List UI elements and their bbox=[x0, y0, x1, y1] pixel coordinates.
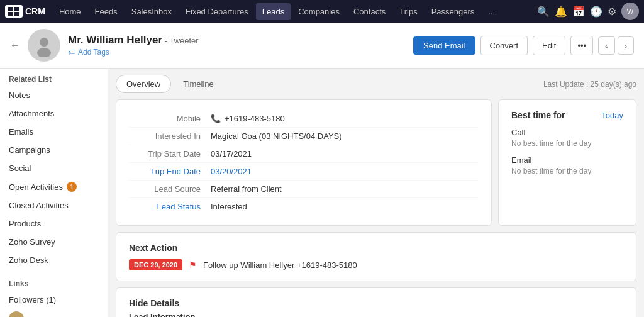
record-info: Mr. William Hellyer - Tweeter 🏷 Add Tags bbox=[68, 34, 406, 57]
action-text: Follow up William Hellyer +1619-483-5180 bbox=[203, 260, 357, 270]
lead-status-value: Interested bbox=[211, 202, 247, 211]
calendar-icon[interactable]: 📅 bbox=[572, 6, 585, 18]
nav-fixed-departures[interactable]: Fixed Departures bbox=[179, 3, 255, 20]
logo-text: CRM bbox=[25, 6, 45, 16]
call-label: Call bbox=[511, 128, 623, 137]
sidebar-item-attachments[interactable]: Attachments bbox=[0, 104, 108, 123]
next-record-button[interactable]: › bbox=[618, 36, 634, 55]
logo-icon bbox=[5, 5, 23, 18]
today-link[interactable]: Today bbox=[601, 111, 623, 120]
links-title: Links bbox=[0, 273, 108, 291]
edit-button[interactable]: Edit bbox=[533, 36, 565, 55]
call-note: No best time for the day bbox=[511, 139, 623, 148]
best-time-title: Best time for bbox=[511, 110, 565, 120]
sidebar-item-notes[interactable]: Notes bbox=[0, 86, 108, 104]
detail-row-interested-in: Interested In Magical Goa (03 NIGHTS/04 … bbox=[129, 128, 479, 145]
nav-contacts[interactable]: Contacts bbox=[347, 3, 392, 20]
interested-in-label: Interested In bbox=[129, 131, 211, 141]
main-layout: Related List Notes Attachments Emails Ca… bbox=[0, 69, 644, 317]
record-navigation: ‹ › bbox=[598, 36, 634, 55]
logo[interactable]: CRM bbox=[5, 5, 45, 18]
action-date-badge: DEC 29, 2020 bbox=[129, 259, 182, 270]
email-note: No best time for the day bbox=[511, 167, 623, 175]
phone-icon: 📞 bbox=[211, 114, 221, 123]
svg-rect-0 bbox=[8, 7, 13, 11]
contact-avatar bbox=[28, 29, 60, 62]
mobile-label: Mobile bbox=[129, 114, 211, 123]
followers-section[interactable]: Followers (1) bbox=[0, 291, 108, 309]
next-action-title: Next Action bbox=[129, 243, 623, 253]
last-update-label: Last Update : 25 day(s) ago bbox=[543, 80, 636, 89]
tab-timeline[interactable]: Timeline bbox=[172, 75, 225, 93]
trip-start-label: Trip Start Date bbox=[129, 149, 211, 158]
mobile-value: 📞 +1619-483-5180 bbox=[211, 114, 285, 123]
sidebar-item-zoho-survey[interactable]: Zoho Survey bbox=[0, 233, 108, 251]
header-actions: Send Email Convert Edit ••• ‹ › bbox=[413, 36, 634, 55]
sidebar-item-zoho-desk[interactable]: Zoho Desk bbox=[0, 251, 108, 269]
nav-home[interactable]: Home bbox=[53, 3, 87, 20]
user-avatar[interactable]: W bbox=[621, 3, 639, 20]
tab-overview[interactable]: Overview bbox=[116, 75, 171, 93]
nav-companies[interactable]: Companies bbox=[292, 3, 346, 20]
lead-info-title: Lead Information bbox=[129, 312, 623, 317]
call-section: Call No best time for the day bbox=[511, 128, 623, 148]
trip-end-label: Trip End Date bbox=[129, 167, 211, 176]
content-area: Overview Timeline Last Update : 25 day(s… bbox=[108, 69, 644, 317]
svg-rect-1 bbox=[14, 7, 19, 11]
sidebar: Related List Notes Attachments Emails Ca… bbox=[0, 69, 108, 317]
trip-start-value: 03/17/2021 bbox=[211, 149, 252, 158]
best-time-card: Best time for Today Call No best time fo… bbox=[498, 99, 636, 226]
hide-details-card: Hide Details Lead Information bbox=[116, 287, 636, 317]
clock-icon[interactable]: 🕐 bbox=[590, 6, 602, 18]
nav-more[interactable]: ... bbox=[482, 3, 501, 20]
send-email-button[interactable]: Send Email bbox=[413, 36, 475, 55]
detail-row-lead-status: Lead Status Interested bbox=[129, 198, 479, 215]
best-time-header: Best time for Today bbox=[511, 110, 623, 120]
nav-salesinbox[interactable]: SalesInbox bbox=[125, 3, 178, 20]
sidebar-item-emails[interactable]: Emails bbox=[0, 123, 108, 141]
nav-trips[interactable]: Trips bbox=[393, 3, 423, 20]
prev-record-button[interactable]: ‹ bbox=[598, 36, 614, 55]
sidebar-item-campaigns[interactable]: Campaigns bbox=[0, 141, 108, 159]
next-action-row: DEC 29, 2020 ⚑ Follow up William Hellyer… bbox=[129, 259, 623, 270]
tabs: Overview Timeline bbox=[116, 75, 225, 93]
nav-passengers[interactable]: Passengers bbox=[425, 3, 481, 20]
email-label: Email bbox=[511, 155, 623, 165]
detail-row-mobile: Mobile 📞 +1619-483-5180 bbox=[129, 110, 479, 128]
main-cards-row: Mobile 📞 +1619-483-5180 Interested In Ma… bbox=[116, 99, 636, 232]
nav-feeds[interactable]: Feeds bbox=[89, 3, 124, 20]
more-actions-button[interactable]: ••• bbox=[570, 36, 593, 55]
back-button[interactable]: ← bbox=[10, 40, 20, 51]
add-tags-button[interactable]: 🏷 Add Tags bbox=[68, 48, 406, 57]
flag-icon: ⚑ bbox=[189, 260, 197, 270]
open-activities-badge: 1 bbox=[67, 182, 77, 192]
sidebar-item-products[interactable]: Products bbox=[0, 214, 108, 233]
record-subtitle: - Tweeter bbox=[165, 36, 199, 45]
detail-row-trip-end: Trip End Date 03/20/2021 bbox=[129, 163, 479, 181]
lead-source-value: Referral from Client bbox=[211, 184, 282, 194]
svg-point-5 bbox=[37, 48, 51, 57]
bell-icon[interactable]: 🔔 bbox=[555, 6, 567, 18]
detail-row-trip-start: Trip Start Date 03/17/2021 bbox=[129, 145, 479, 163]
sidebar-item-closed-activities[interactable]: Closed Activities bbox=[0, 196, 108, 214]
nav-right: 🔍 🔔 📅 🕐 ⚙ W bbox=[537, 3, 639, 20]
record-header: ← Mr. William Hellyer - Tweeter 🏷 Add Ta… bbox=[0, 23, 644, 69]
sidebar-item-social[interactable]: Social bbox=[0, 159, 108, 177]
settings-icon[interactable]: ⚙ bbox=[608, 6, 616, 18]
related-list-title: Related List bbox=[0, 69, 108, 86]
hide-details-title: Hide Details bbox=[129, 298, 623, 308]
svg-rect-2 bbox=[8, 12, 13, 16]
interested-in-value: Magical Goa (03 NIGHTS/04 DAYS) bbox=[211, 131, 342, 141]
nav-leads[interactable]: Leads bbox=[256, 3, 291, 20]
follower-avatar bbox=[9, 311, 24, 317]
detail-row-lead-source: Lead Source Referral from Client bbox=[129, 181, 479, 198]
lead-source-label: Lead Source bbox=[129, 184, 211, 194]
top-navigation: CRM Home Feeds SalesInbox Fixed Departur… bbox=[0, 0, 644, 23]
lead-status-label: Lead Status bbox=[129, 202, 211, 211]
convert-button[interactable]: Convert bbox=[480, 36, 528, 55]
tag-icon: 🏷 bbox=[68, 48, 75, 57]
details-card: Mobile 📞 +1619-483-5180 Interested In Ma… bbox=[116, 99, 492, 226]
record-name: Mr. William Hellyer bbox=[68, 34, 162, 46]
sidebar-item-open-activities[interactable]: Open Activities 1 bbox=[0, 177, 108, 196]
search-icon[interactable]: 🔍 bbox=[537, 6, 550, 18]
